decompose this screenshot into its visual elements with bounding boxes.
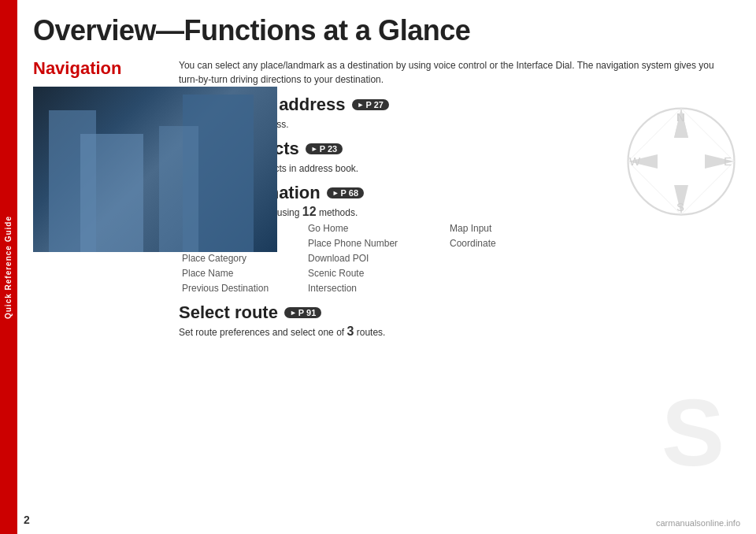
enter-destination-badge: ►P 68 — [327, 187, 364, 198]
select-route-badge: ►P 91 — [284, 307, 321, 318]
main-content: Overview—Functions at a Glance Navigatio… — [17, 0, 756, 534]
section-label: Navigation — [33, 58, 159, 79]
page-number: 2 — [24, 514, 30, 526]
page-title: Overview—Functions at a Glance — [33, 14, 732, 47]
svg-text:E: E — [724, 154, 732, 168]
method-intersection: Intersection — [305, 282, 447, 295]
method-map-input: Map Input — [447, 222, 549, 235]
building-shape-2 — [159, 126, 198, 252]
sidebar-label: Quick Reference Guide — [0, 0, 17, 534]
method-scenic-route: Scenic Route — [305, 267, 447, 280]
method-coordinate: Coordinate — [447, 237, 549, 250]
feature-select-route: Select route ►P 91 Set route preferences… — [179, 302, 732, 339]
svg-text:N: N — [676, 110, 685, 124]
svg-text:S: S — [676, 200, 684, 213]
store-home-badge: ►P 27 — [352, 99, 389, 110]
method-empty-2 — [447, 267, 549, 280]
building-image — [33, 87, 277, 252]
method-previous-destination: Previous Destination — [179, 282, 305, 295]
method-empty-1 — [447, 252, 549, 265]
store-contacts-badge: ►P 23 — [306, 143, 343, 154]
method-go-home: Go Home — [305, 222, 447, 235]
method-place-phone: Place Phone Number — [305, 237, 447, 250]
method-place-category: Place Category — [179, 252, 305, 265]
deco-letter-s: S — [662, 378, 724, 487]
select-route-desc: Set route preferences and select one of … — [179, 324, 732, 339]
method-empty-3 — [447, 282, 549, 295]
nav-description: You can select any place/landmark as a d… — [179, 58, 732, 87]
nav-left-column: Navigation — [33, 58, 163, 347]
watermark: carmanualsonline.info — [656, 518, 740, 528]
compass-decoration: N S E W — [622, 102, 740, 221]
svg-text:W: W — [629, 154, 641, 168]
select-route-title: Select route ►P 91 — [179, 302, 732, 323]
method-place-name: Place Name — [179, 267, 305, 280]
method-download-poi: Download POI — [305, 252, 447, 265]
